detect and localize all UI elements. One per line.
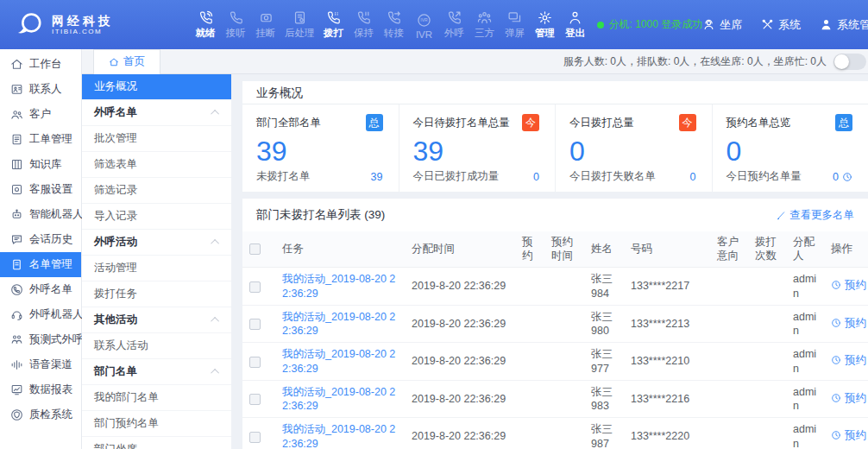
sidebar-item-voice-channel[interactable]: 语音渠道 (0, 352, 81, 377)
reserve-action-link[interactable]: 预约 (831, 316, 866, 330)
view-more-link[interactable]: 查看更多名单 (777, 208, 854, 223)
chevron-up-icon (211, 369, 219, 377)
extension-status: 分机: 1000 登录成功 (597, 17, 703, 32)
row-checkbox[interactable] (249, 281, 261, 293)
toolbar-item-threeway[interactable]: 三方 (474, 10, 496, 40)
card-badge: 今 (679, 114, 696, 131)
reserve-cell (515, 268, 544, 306)
people-group-icon (10, 333, 23, 346)
submenu-item-department-agents[interactable]: 部门坐席 (82, 437, 231, 449)
sidebar-item-chat-history[interactable]: 会话历史 (0, 227, 81, 252)
sidebar-item-customers[interactable]: 客户 (0, 102, 81, 127)
sidebar-item-workbench[interactable]: 工作台 (0, 52, 81, 77)
submenu-group-department-list-group[interactable]: 部门名单 (82, 359, 231, 385)
stats-toggle[interactable] (833, 54, 866, 70)
clock-icon (842, 172, 852, 182)
tab-home[interactable]: 首页 (93, 49, 160, 74)
task-link[interactable]: 我的活动_2019-08-20 22:36:29 (282, 273, 395, 299)
sidebar-item-smart-robot[interactable]: 智能机器人 (0, 202, 81, 227)
submenu-group-outbound-activity-group[interactable]: 外呼活动 (82, 230, 231, 256)
stat-card-1: 部门全部名单总39未拨打名单39 (242, 104, 399, 192)
sidebar-item-qc-system[interactable]: 质检系统 (0, 402, 81, 427)
row-checkbox[interactable] (249, 319, 261, 330)
submenu-item-department-reserve-list[interactable]: 部门预约名单 (82, 411, 231, 437)
reserve-action-link[interactable]: 预约 (831, 428, 866, 442)
sidebar-item-knowledge-base[interactable]: 知识库 (0, 152, 81, 177)
sidebar-item-contacts[interactable]: 联系人 (0, 77, 81, 102)
clock-icon (831, 355, 841, 365)
topbar-menu-agent[interactable]: 坐席 (702, 17, 742, 33)
submenu-item-contact-activity[interactable]: 联系人活动 (82, 333, 231, 359)
phone-ready-icon (198, 10, 213, 25)
submenu-item-business-overview[interactable]: 业务概况 (82, 74, 231, 100)
submenu-group-other-activity-group[interactable]: 其他活动 (82, 307, 231, 333)
submenu-item-batch-management[interactable]: 批次管理 (82, 126, 231, 152)
reserve-action-link[interactable]: 预约 (831, 391, 866, 405)
sidebar-item-service-settings[interactable]: 客服设置 (0, 177, 81, 202)
toolbar-item-hangup[interactable]: 挂断 (255, 10, 277, 40)
toolbar-item-answer[interactable]: 接听 (224, 10, 247, 40)
row-checkbox[interactable] (249, 394, 261, 405)
topbar-menu-admin[interactable]: 系统管理员▼ (820, 17, 868, 33)
submenu-item-import-records[interactable]: 导入记录 (82, 204, 231, 230)
toolbar-item-logout[interactable]: 登出 (564, 10, 587, 40)
submenu-item-filter-records[interactable]: 筛选记录 (82, 178, 231, 204)
sidebar-item-predictive-outbound[interactable]: 预测式外呼 (0, 327, 81, 352)
sidebar-item-list-management[interactable]: 名单管理 (0, 252, 81, 277)
ivr-icon: IVR (417, 13, 431, 28)
row-checkbox[interactable] (249, 432, 261, 443)
task-link[interactable]: 我的活动_2019-08-20 22:36:29 (282, 348, 395, 374)
toolbar-label-answer: 接听 (226, 27, 246, 40)
task-link[interactable]: 我的活动_2019-08-20 22:36:29 (282, 386, 395, 412)
select-all-checkbox[interactable] (249, 243, 261, 255)
agent-stats-text: 服务人数: 0人，排队数: 0人，在线坐席: 0人，坐席忙: 0人 (563, 54, 827, 69)
knowledge-icon (10, 158, 23, 171)
topbar-menu-system[interactable]: 系统 (761, 17, 801, 33)
task-link[interactable]: 我的活动_2019-08-20 22:36:29 (282, 311, 395, 337)
submenu-item-activity-management[interactable]: 活动管理 (82, 256, 231, 281)
edit-slash-icon (777, 211, 786, 220)
toolbar-item-ready[interactable]: 就绪 (194, 10, 217, 40)
submenu-item-dial-tasks[interactable]: 拨打任务 (82, 281, 231, 307)
reserve-action-link[interactable]: 预约 (831, 353, 866, 367)
report-chart-icon (10, 383, 23, 396)
toolbar-item-popup[interactable]: 弹屏 (504, 10, 526, 40)
call-count-cell (748, 268, 786, 306)
submenu-group-outbound-list-group[interactable]: 外呼名单 (82, 100, 231, 126)
toolbar-label-logout: 登出 (565, 27, 585, 40)
sidebar-item-work-orders[interactable]: 工单管理 (0, 127, 81, 152)
task-link[interactable]: 我的活动_2019-08-20 22:36:29 (282, 423, 395, 449)
sidebar-item-outbound-robot[interactable]: 外呼机器人 (0, 302, 81, 327)
column-header-5: 号码 (624, 231, 710, 268)
toolbar-item-transfer[interactable]: 转接 (383, 10, 406, 40)
intent-cell (710, 418, 748, 449)
toolbar-item-manage[interactable]: 管理 (534, 10, 557, 40)
toolbar-item-outbound[interactable]: 外呼 (443, 10, 466, 40)
clock-icon (831, 430, 841, 440)
toolbar-item-postprocess[interactable]: 后处理 (285, 10, 315, 40)
post-process-icon (292, 10, 307, 25)
stat-cards: 部门全部名单总39未拨打名单39今日待拨打名单总量今39今日已拨打成功量0今日拨… (242, 104, 868, 192)
call-toolbar: 就绪接听挂断后处理拨打保持转接IVRIVR外呼三方弹屏管理登出 (194, 10, 587, 40)
toolbar-item-ivr[interactable]: IVRIVR (413, 13, 436, 40)
submenu-item-my-department-list[interactable]: 我的部门名单 (82, 385, 231, 411)
column-header-1: 分配时间 (405, 231, 515, 268)
sidebar-item-outbound-list[interactable]: 外呼名单 (0, 277, 81, 302)
sidebar-item-data-reports[interactable]: 数据报表 (0, 377, 81, 402)
toolbar-label-popup: 弹屏 (505, 27, 525, 40)
reserve-action-link[interactable]: 预约 (831, 278, 866, 292)
toolbar-label-outbound: 外呼 (444, 27, 464, 40)
card-title: 部门全部名单 (256, 116, 321, 130)
toolbar-item-hold[interactable]: 保持 (353, 10, 375, 40)
submenu-item-filter-form[interactable]: 筛选表单 (82, 152, 231, 178)
pending-list-title: 部门未拨打名单列表 (39) (256, 207, 385, 223)
toolbar-item-dial[interactable]: 拨打 (323, 10, 345, 40)
pending-list-table: 任务分配时间预约预约时间姓名号码客户意向拨打次数分配人操作 我的活动_2019-… (242, 231, 868, 449)
row-checkbox[interactable] (249, 357, 261, 368)
name-cell: 张三987 (584, 418, 624, 449)
column-header-6: 客户意向 (710, 231, 748, 268)
card-value: 0 (569, 136, 696, 167)
intent-cell (710, 380, 748, 418)
submenu-sidebar: 业务概况外呼名单批次管理筛选表单筛选记录导入记录外呼活动活动管理拨打任务其他活动… (82, 74, 231, 449)
home-icon (10, 58, 23, 71)
